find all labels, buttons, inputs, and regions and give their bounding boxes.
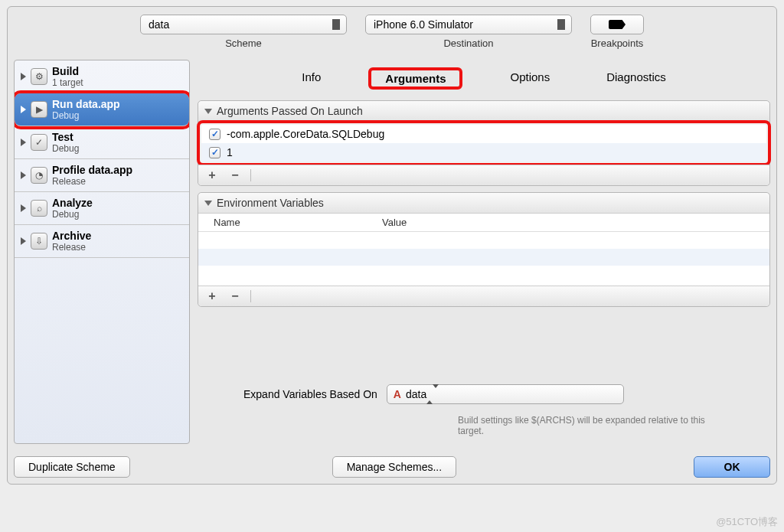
table-row[interactable] [198,232,769,249]
checkbox-checked-icon[interactable]: ✓ [209,147,220,158]
argument-row[interactable]: ✓ -com.apple.CoreData.SQLDebug [201,125,766,143]
arguments-panel: Arguments Passed On Launch ✓ -com.apple.… [198,100,770,186]
argument-text: 1 [227,146,233,158]
bottom-bar: Duplicate Scheme Manage Schemes... OK [8,450,776,484]
expand-label: Expand Variables Based On [243,388,377,400]
expand-target-dropdown[interactable]: A data [387,384,624,404]
tab-bar: Info Arguments Options Diagnostics [198,60,770,94]
updown-icon [426,388,439,400]
tab-info[interactable]: Info [292,67,330,90]
updown-icon [331,18,341,31]
expand-hint: Build settings like $(ARCHS) will be exp… [198,412,770,444]
env-panel-header[interactable]: Environment Variables [198,193,769,214]
updown-icon [556,18,567,31]
duplicate-scheme-button[interactable]: Duplicate Scheme [14,456,130,478]
profile-icon: ◔ [31,167,47,184]
archive-icon: ⇩ [31,233,47,250]
sb-sub: Debug [52,110,120,121]
arguments-panel-header[interactable]: Arguments Passed On Launch [198,101,769,122]
env-vars-panel: Environment Variables Name Value + − [198,192,770,307]
analyze-icon: ⌕ [31,200,47,217]
destination-dropdown[interactable]: iPhone 6.0 Simulator [365,15,572,34]
arguments-list: ✓ -com.apple.CoreData.SQLDebug ✓ 1 [201,125,766,162]
test-icon: ✓ [31,134,47,151]
sb-title: Test [52,131,79,143]
sb-sub: Release [52,176,132,187]
sidebar-item-archive[interactable]: ⇩ Archive Release [15,225,189,258]
col-name: Name [214,217,382,228]
env-title: Environment Variables [217,197,324,209]
destination-value: iPhone 6.0 Simulator [374,18,473,31]
expand-vars-row: Expand Variables Based On A data [198,375,770,406]
destination-label: Destination [443,38,493,49]
build-icon: ⚙ [31,68,47,85]
sidebar-item-build[interactable]: ⚙ Build 1 target [15,60,189,93]
scheme-value: data [149,18,169,31]
add-button[interactable]: + [204,289,220,303]
checkbox-checked-icon[interactable]: ✓ [209,129,220,140]
sb-title: Archive [52,230,91,242]
tab-arguments[interactable]: Arguments [368,67,462,90]
breakpoints-label: Breakpoints [591,38,644,49]
sb-title: Analyze [52,197,93,209]
separator [250,290,251,302]
scheme-editor-window: data Scheme iPhone 6.0 Simulator Destina… [7,6,777,485]
separator [250,169,251,181]
disclosure-icon [21,237,26,245]
disclosure-down-icon [204,201,212,206]
scheme-label: Scheme [225,38,262,49]
remove-button[interactable]: − [227,289,243,303]
argument-row[interactable]: ✓ 1 [201,143,766,162]
sb-title: Run data.app [52,98,120,110]
tab-diagnostics[interactable]: Diagnostics [597,67,675,90]
breakpoints-button[interactable] [590,15,644,34]
tab-options[interactable]: Options [501,67,559,90]
sb-sub: 1 target [52,77,83,88]
add-button[interactable]: + [204,168,220,182]
col-value: Value [382,217,407,228]
table-row[interactable] [198,249,769,266]
manage-schemes-button[interactable]: Manage Schemes... [332,456,457,478]
env-footer: + − [198,286,769,306]
disclosure-icon [21,139,26,146]
disclosure-down-icon [204,109,212,114]
sidebar-item-run[interactable]: ▶ Run data.app Debug [15,93,189,126]
sb-sub: Release [52,242,91,253]
sidebar-item-test[interactable]: ✓ Test Debug [15,126,189,159]
table-row[interactable] [198,266,769,282]
argument-text: -com.apple.CoreData.SQLDebug [227,128,384,140]
disclosure-icon [21,171,26,179]
env-rows [198,232,769,286]
toolbar: data Scheme iPhone 6.0 Simulator Destina… [8,7,776,54]
sb-title: Build [52,65,83,77]
env-columns: Name Value [198,214,769,232]
scheme-sidebar: ⚙ Build 1 target ▶ Run data.app Debug ✓ … [14,60,190,444]
disclosure-icon [21,106,26,113]
breakpoint-icon [609,20,626,29]
sb-title: Profile data.app [52,164,132,176]
app-icon: A [394,388,401,400]
main-content: Info Arguments Options Diagnostics Argum… [198,60,770,444]
ok-button[interactable]: OK [694,456,770,478]
disclosure-icon [21,73,26,80]
arguments-footer: + − [198,165,769,185]
scheme-dropdown[interactable]: data [140,15,347,34]
run-icon: ▶ [31,101,47,118]
remove-button[interactable]: − [227,168,243,182]
disclosure-icon [21,204,26,212]
arguments-title: Arguments Passed On Launch [217,105,363,117]
sidebar-item-analyze[interactable]: ⌕ Analyze Debug [15,192,189,225]
sb-sub: Debug [52,209,93,220]
watermark: @51CTO博客 [716,515,778,529]
expand-value: data [406,388,426,400]
sb-sub: Debug [52,143,79,154]
sidebar-item-profile[interactable]: ◔ Profile data.app Release [15,159,189,192]
